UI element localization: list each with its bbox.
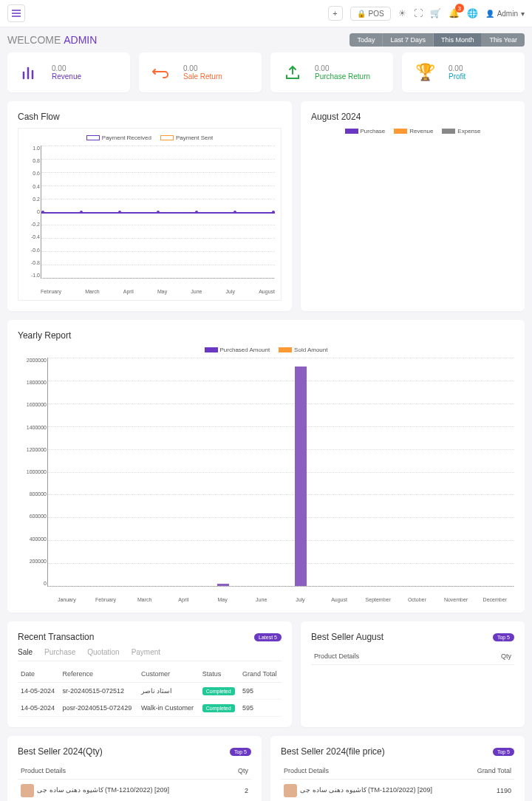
yearly-legend: Purchased Amount Sold Amount [18, 347, 514, 353]
best-aug-card: Best Seller August Top 5 Product Details… [301, 621, 525, 727]
best-price-card: Best Seller 2024(file price) Top 5 Produ… [270, 736, 525, 801]
notif-badge: 3 [455, 4, 464, 13]
table-row: کاشیوه دهنی ساده جی (TM-1210/2022) [209]… [281, 780, 514, 802]
bar-chart-icon [21, 64, 38, 81]
hamburger-button[interactable] [7, 4, 25, 22]
top5-badge: Top 5 [493, 748, 514, 756]
top5-badge: Top 5 [230, 748, 251, 756]
theme-icon[interactable]: ☀ [398, 8, 406, 18]
recent-card: Recent Transaction Latest 5 Sale Purchas… [7, 621, 292, 727]
product-thumb [21, 784, 34, 797]
monthly-legend: Purchase Revenue Expense [311, 128, 514, 134]
welcome-text: WELCOME ADMIN [7, 34, 97, 46]
monthly-title: August 2024 [311, 112, 514, 122]
recent-tabs: Sale Purchase Quotation Payment [18, 648, 282, 661]
yearly-title: Yearly Report [18, 330, 514, 341]
kpi-revenue-label: Revenue [52, 72, 81, 81]
range-tabs: Today Last 7 Days This Month This Year [349, 33, 525, 47]
cashflow-title: Cash Flow [18, 112, 282, 122]
bell-icon[interactable]: 🔔3 [449, 8, 460, 18]
kpi-profit-value: 0.00 [449, 64, 466, 72]
table-row: 14-05-2024posr-20240515-072429Walk-in Cu… [18, 700, 282, 717]
range-month[interactable]: This Month [434, 33, 482, 47]
best-price-title: Best Seller 2024(file price) [281, 746, 385, 757]
pos-label: POS [369, 10, 384, 18]
tab-payment[interactable]: Payment [132, 648, 160, 656]
cashflow-card: Cash Flow Payment Received Payment Sent … [7, 101, 292, 311]
topbar: + 🔒 POS ☀ ⛶ 🛒 🔔3 🌐 👤 Admin ▾ [0, 0, 532, 27]
kpi-sr-value: 0.00 [183, 64, 222, 72]
cart-icon[interactable]: 🛒 [430, 8, 441, 18]
kpi-pr-value: 0.00 [315, 64, 370, 72]
kpi-purchase-return: 0.00 Purchase Return [270, 52, 393, 92]
globe-icon[interactable]: 🌐 [467, 8, 478, 18]
add-button[interactable]: + [328, 6, 343, 21]
kpi-sale-return: 0.00 Sale Return [139, 52, 262, 92]
table-row: کاشیوه دهنی ساده جی (TM-1210/2022) [209]… [18, 780, 251, 802]
range-today[interactable]: Today [349, 33, 383, 47]
kpi-sr-label: Sale Return [183, 72, 222, 81]
cashflow-legend: Payment Received Payment Sent [24, 134, 275, 141]
cashflow-chart: 1.00.80.60.40.20-0.2-0.4-0.6-0.8-1.0 [41, 146, 275, 279]
recent-table: Date Reference Customer Status Grand Tot… [18, 666, 282, 717]
lock-icon: 🔒 [357, 10, 366, 18]
yearly-chart: 2000000180000016000001400000120000010000… [47, 358, 514, 587]
best-aug-title: Best Seller August [311, 632, 383, 642]
upload-icon [284, 65, 301, 80]
pos-button[interactable]: 🔒 POS [350, 7, 391, 21]
monthly-card: August 2024 Purchase Revenue Expense [301, 101, 525, 311]
kpi-revenue-value: 0.00 [52, 64, 81, 72]
kpi-profit: 🏆 0.00 Profit [402, 52, 525, 92]
range-year[interactable]: This Year [482, 33, 525, 47]
user-name: Admin [497, 10, 518, 18]
user-dropdown[interactable]: 👤 Admin ▾ [485, 10, 525, 18]
latest-badge: Latest 5 [254, 633, 282, 641]
chevron-down-icon: ▾ [521, 10, 525, 18]
fullscreen-icon[interactable]: ⛶ [414, 8, 423, 18]
product-thumb [284, 784, 297, 797]
trophy-icon: 🏆 [415, 63, 435, 82]
top5-badge: Top 5 [493, 633, 514, 641]
recent-title: Recent Transaction [18, 632, 94, 642]
yearly-card: Yearly Report Purchased Amount Sold Amou… [7, 320, 525, 613]
kpi-pr-label: Purchase Return [315, 72, 370, 81]
range-last7[interactable]: Last 7 Days [383, 33, 434, 47]
table-row: 14-05-2024sr-20240515-072512استاد ناصرCo… [18, 683, 282, 700]
tab-sale[interactable]: Sale [18, 648, 33, 656]
return-icon [152, 65, 170, 80]
tab-quotation[interactable]: Quotation [87, 648, 119, 656]
kpi-profit-label: Profit [449, 72, 466, 81]
best-qty-card: Best Seller 2024(Qty) Top 5 Product Deta… [7, 736, 262, 801]
tab-purchase[interactable]: Purchase [44, 648, 75, 656]
best-qty-title: Best Seller 2024(Qty) [18, 746, 103, 757]
kpi-revenue: 0.00 Revenue [7, 52, 130, 92]
user-icon: 👤 [485, 10, 494, 18]
